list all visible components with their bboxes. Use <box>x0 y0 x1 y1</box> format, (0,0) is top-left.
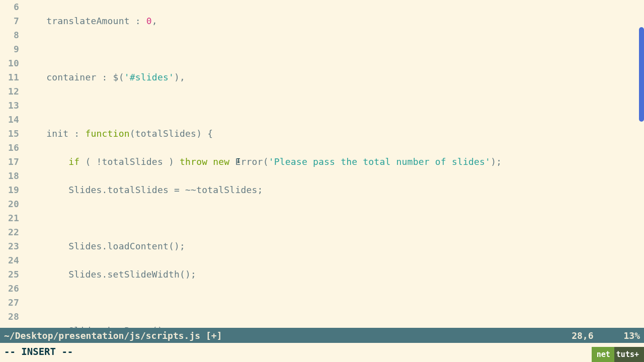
code-line[interactable]: if ( !totalSlides ) throw new Error('Ple… <box>24 155 644 169</box>
line-number: 11 <box>0 70 19 84</box>
code-text: translateAmount : <box>24 16 146 26</box>
line-number: 20 <box>0 197 19 211</box>
line-number: 12 <box>0 84 19 99</box>
line-number: 21 <box>0 211 19 225</box>
line-number: 27 <box>0 296 19 310</box>
code-string: '#slides' <box>124 72 174 82</box>
vim-mode-indicator: -- INSERT -- <box>4 346 73 357</box>
line-number: 25 <box>0 267 19 282</box>
line-number: 7 <box>0 14 19 28</box>
line-number: 15 <box>0 127 19 141</box>
line-number-gutter: 6 7 8 9 10 11 12 13 14 15 16 17 18 19 20… <box>0 0 24 328</box>
line-number: 17 <box>0 155 19 169</box>
line-number: 9 <box>0 42 19 56</box>
code-line[interactable] <box>24 296 644 310</box>
code-keyword: new <box>213 156 229 167</box>
editor-area[interactable]: 6 7 8 9 10 11 12 13 14 15 16 17 18 19 20… <box>0 0 644 328</box>
code-line[interactable]: init : function(totalSlides) { <box>24 127 644 141</box>
code-line[interactable]: Slides.loadContent(); <box>24 239 644 253</box>
line-number: 8 <box>0 28 19 42</box>
status-file-path: ~/Desktop/presentation/js/scripts.js [+] <box>4 330 222 341</box>
code-string: 'Please pass the total number of slides' <box>269 156 491 167</box>
line-number: 16 <box>0 141 19 155</box>
code-content[interactable]: translateAmount : 0, container : $('#sli… <box>24 0 644 328</box>
status-cursor-position: 28,6 <box>572 330 593 341</box>
code-line[interactable] <box>24 211 644 225</box>
line-number: 19 <box>0 183 19 197</box>
code-text: init : <box>24 128 85 139</box>
code-keyword: throw <box>180 156 207 167</box>
code-text: Slides.setSlideWidth(); <box>24 269 196 280</box>
line-number: 26 <box>0 282 19 296</box>
code-text: , <box>152 16 157 26</box>
code-text <box>207 156 213 167</box>
code-number: 0 <box>146 16 152 26</box>
code-text: ), <box>174 72 185 82</box>
line-number: 23 <box>0 239 19 253</box>
code-line[interactable] <box>24 99 644 113</box>
watermark-logo: net tuts+ <box>592 347 644 362</box>
line-number: 22 <box>0 225 19 239</box>
code-text: Slides.totalSlides = ~~totalSlides; <box>24 185 263 195</box>
code-keyword: function <box>85 128 129 139</box>
code-text: container : $( <box>24 72 124 82</box>
code-line[interactable]: container : $('#slides'), <box>24 70 644 84</box>
code-text: Slides.loadContent(); <box>24 241 185 251</box>
line-number: 10 <box>0 56 19 70</box>
code-keyword: if <box>68 156 79 167</box>
caret-icon: I <box>236 157 240 164</box>
line-number: 28 <box>0 310 19 324</box>
code-text: Error( <box>229 156 268 167</box>
code-text: ); <box>491 156 502 167</box>
line-number: 14 <box>0 113 19 127</box>
status-scroll-percent: 13% <box>623 330 640 341</box>
code-text: Slides.keyPress(); <box>24 325 169 328</box>
code-line[interactable]: Slides.totalSlides = ~~totalSlides; <box>24 183 644 197</box>
code-line[interactable]: Slides.keyPress(); <box>24 324 644 328</box>
watermark-net: net <box>592 347 614 362</box>
code-line[interactable]: translateAmount : 0, <box>24 14 644 28</box>
line-number: 6 <box>0 0 19 14</box>
status-bar: ~/Desktop/presentation/js/scripts.js [+]… <box>0 328 644 343</box>
vertical-scrollbar[interactable] <box>639 27 644 122</box>
line-number: 24 <box>0 253 19 267</box>
code-text: ( !totalSlides ) <box>79 156 180 167</box>
watermark-tuts: tuts+ <box>614 347 644 362</box>
mode-line: -- INSERT -- net tuts+ <box>0 343 644 362</box>
code-text <box>24 156 68 167</box>
code-text: (totalSlides) { <box>130 128 213 139</box>
line-number: 13 <box>0 99 19 113</box>
line-number: 18 <box>0 169 19 183</box>
code-line[interactable]: Slides.setSlideWidth(); <box>24 267 644 282</box>
code-line[interactable] <box>24 42 644 56</box>
